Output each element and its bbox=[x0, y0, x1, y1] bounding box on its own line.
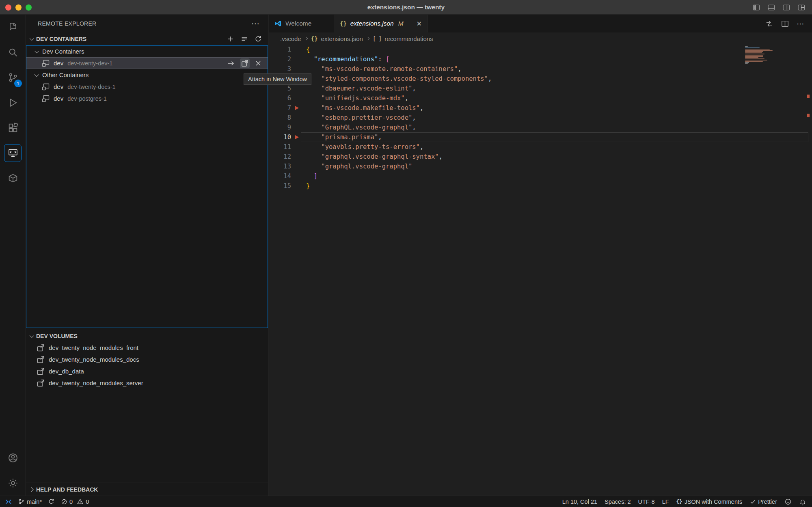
gutter[interactable] bbox=[291, 103, 306, 113]
close-tab-icon[interactable]: ✕ bbox=[417, 20, 422, 28]
cursor-position-status[interactable]: Ln 10, Col 21 bbox=[562, 498, 597, 505]
git-branch-status[interactable]: main* bbox=[18, 498, 42, 505]
chevron-down-icon bbox=[30, 333, 34, 338]
gutter[interactable] bbox=[291, 181, 306, 191]
code-line-3[interactable]: 3 "ms-vscode-remote.remote-containers", bbox=[269, 64, 812, 74]
line-number[interactable]: 15 bbox=[269, 181, 291, 191]
line-number[interactable]: 7 bbox=[269, 103, 291, 113]
gutter[interactable] bbox=[291, 84, 306, 93]
tree-item-dev-postgres-1[interactable]: dev dev-postgres-1 bbox=[26, 93, 268, 104]
volume-item[interactable]: dev_db_data bbox=[26, 365, 268, 377]
activity-item-settings[interactable] bbox=[0, 470, 26, 496]
code-text: "ms-vscode.makefile-tools", bbox=[306, 103, 423, 113]
customize-layout-icon[interactable] bbox=[797, 3, 806, 12]
activity-item-extensions[interactable] bbox=[0, 115, 26, 140]
remote-indicator-icon[interactable] bbox=[4, 498, 12, 506]
activity-item-search[interactable] bbox=[0, 40, 26, 65]
activity-item-container-tools[interactable] bbox=[0, 166, 26, 191]
container-description: dev-twenty-docs-1 bbox=[67, 84, 115, 90]
line-number[interactable]: 14 bbox=[269, 171, 291, 181]
language-mode-status[interactable]: {} JSON with Comments bbox=[676, 498, 743, 505]
new-dev-container-icon[interactable] bbox=[227, 35, 235, 43]
code-line-15[interactable]: 15} bbox=[269, 181, 812, 191]
code-line-4[interactable]: 4 "styled-components.vscode-styled-compo… bbox=[269, 74, 812, 84]
code-line-14[interactable]: 14 ] bbox=[269, 171, 812, 181]
volume-item[interactable]: dev_twenty_node_modules_front bbox=[26, 342, 268, 354]
gutter[interactable] bbox=[291, 123, 306, 132]
sync-icon[interactable] bbox=[48, 498, 55, 505]
gutter[interactable] bbox=[291, 64, 306, 74]
line-number[interactable]: 2 bbox=[269, 54, 291, 64]
tree-group-other-containers[interactable]: Other Containers bbox=[26, 69, 268, 81]
section-header-help-feedback[interactable]: HELP AND FEEDBACK bbox=[26, 483, 268, 496]
tree-item-dev-twenty-docs-1[interactable]: dev dev-twenty-docs-1 bbox=[26, 81, 268, 93]
formatter-status[interactable]: Prettier bbox=[749, 498, 777, 505]
line-number[interactable]: 3 bbox=[269, 64, 291, 74]
toggle-primary-sidebar-icon[interactable] bbox=[752, 3, 760, 12]
filter-list-icon[interactable] bbox=[240, 35, 248, 43]
eol-status[interactable]: LF bbox=[662, 498, 669, 505]
section-header-dev-volumes[interactable]: DEV VOLUMES bbox=[26, 330, 268, 343]
line-number[interactable]: 11 bbox=[269, 142, 291, 152]
toggle-secondary-sidebar-icon[interactable] bbox=[782, 3, 790, 12]
indentation-status[interactable]: Spaces: 2 bbox=[605, 498, 631, 505]
gutter[interactable] bbox=[291, 162, 306, 171]
breadcrumb-folder[interactable]: .vscode bbox=[280, 35, 301, 42]
line-number[interactable]: 13 bbox=[269, 162, 291, 171]
volume-item[interactable]: dev_twenty_node_modules_server bbox=[26, 377, 268, 389]
gutter[interactable] bbox=[291, 93, 306, 103]
section-header-dev-containers[interactable]: DEV CONTAINERS bbox=[26, 32, 268, 45]
minimap[interactable] bbox=[745, 46, 774, 65]
encoding-status[interactable]: UTF-8 bbox=[638, 498, 655, 505]
gutter[interactable] bbox=[291, 171, 306, 181]
gutter[interactable] bbox=[291, 132, 306, 142]
tab-welcome[interactable]: Welcome bbox=[269, 15, 334, 32]
activity-item-remote-explorer[interactable] bbox=[0, 140, 26, 166]
gutter[interactable] bbox=[291, 152, 306, 162]
code-line-13[interactable]: 13 "graphql.vscode-graphql" bbox=[269, 162, 812, 171]
tab-extensions-json[interactable]: {} extensions.json M ✕ bbox=[334, 15, 428, 32]
volume-item[interactable]: dev_twenty_node_modules_docs bbox=[26, 354, 268, 365]
line-number[interactable]: 8 bbox=[269, 113, 291, 123]
gutter[interactable] bbox=[291, 142, 306, 152]
code-line-8[interactable]: 8 "esbenp.prettier-vscode", bbox=[269, 113, 812, 123]
gutter[interactable] bbox=[291, 54, 306, 64]
problems-status[interactable]: 0 0 bbox=[61, 498, 89, 505]
bell-icon[interactable] bbox=[799, 498, 806, 505]
code-line-11[interactable]: 11 "yoavbls.pretty-ts-errors", bbox=[269, 142, 812, 152]
code-line-10[interactable]: 10 "prisma.prisma", bbox=[269, 132, 812, 142]
line-number[interactable]: 12 bbox=[269, 152, 291, 162]
line-number[interactable]: 5 bbox=[269, 84, 291, 93]
code-line-7[interactable]: 7 "ms-vscode.makefile-tools", bbox=[269, 103, 812, 113]
toggle-panel-icon[interactable] bbox=[767, 3, 775, 12]
code-line-5[interactable]: 5 "dbaeumer.vscode-eslint", bbox=[269, 84, 812, 93]
gutter[interactable] bbox=[291, 113, 306, 123]
attach-in-new-window-icon[interactable] bbox=[240, 58, 250, 68]
line-number[interactable]: 1 bbox=[269, 45, 291, 54]
refresh-icon[interactable] bbox=[254, 35, 262, 43]
activity-item-accounts[interactable] bbox=[0, 445, 26, 470]
split-editor-icon[interactable] bbox=[781, 19, 789, 28]
code-line-12[interactable]: 12 "graphql.vscode-graphql-syntax", bbox=[269, 152, 812, 162]
line-number[interactable]: 9 bbox=[269, 123, 291, 132]
open-changes-icon[interactable] bbox=[765, 19, 773, 28]
tree-group-dev-containers[interactable]: Dev Containers bbox=[26, 45, 268, 57]
code-line-6[interactable]: 6 "unifiedjs.vscode-mdx", bbox=[269, 93, 812, 103]
code-line-9[interactable]: 9 "GraphQL.vscode-graphql", bbox=[269, 123, 812, 132]
views-more-actions-icon[interactable]: ⋯ bbox=[251, 19, 260, 28]
breadcrumb-symbol[interactable]: recommendations bbox=[384, 35, 433, 42]
more-actions-icon[interactable]: ⋯ bbox=[797, 19, 805, 28]
tree-item-dev-twenty-dev-1[interactable]: dev dev-twenty-dev-1 bbox=[26, 57, 268, 69]
attach-container-icon[interactable] bbox=[227, 59, 235, 67]
code-line-2[interactable]: 2 "recommendations": [ bbox=[269, 54, 812, 64]
breadcrumb-file[interactable]: extensions.json bbox=[321, 35, 363, 42]
line-number[interactable]: 10 bbox=[269, 132, 291, 142]
activity-item-source-control[interactable]: 1 bbox=[0, 65, 26, 90]
activity-item-run-debug[interactable] bbox=[0, 90, 26, 115]
activity-item-explorer[interactable] bbox=[0, 15, 26, 40]
feedback-icon[interactable] bbox=[784, 498, 792, 505]
code-line-1[interactable]: 1{ bbox=[269, 45, 812, 54]
gutter[interactable] bbox=[291, 45, 306, 54]
close-icon[interactable] bbox=[255, 60, 262, 67]
line-number[interactable]: 6 bbox=[269, 93, 291, 103]
